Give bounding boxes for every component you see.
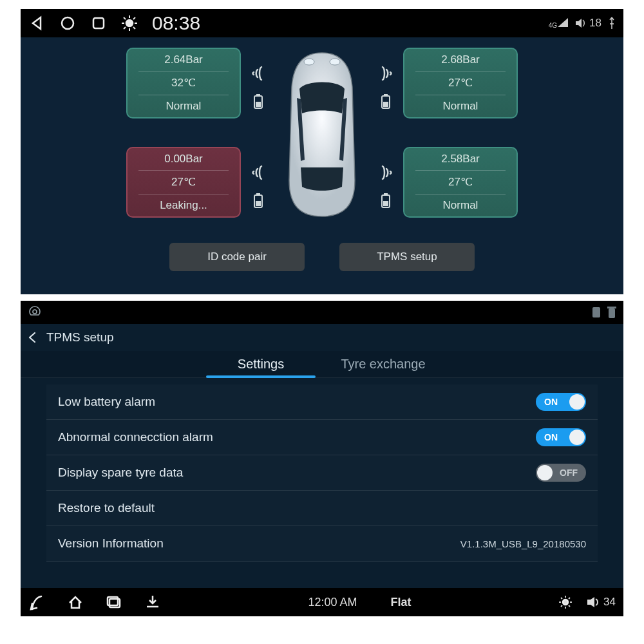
back-icon[interactable]: [27, 332, 39, 343]
svg-line-39: [569, 598, 570, 599]
setting-label: Version Information: [58, 536, 164, 551]
svg-point-2: [126, 20, 133, 26]
svg-point-23: [304, 59, 314, 65]
home-nav-icon[interactable]: [67, 594, 84, 611]
svg-point-31: [563, 600, 568, 605]
tire-pressure: 2.68Bar: [441, 53, 480, 66]
setting-label: Restore to default: [58, 501, 155, 515]
home-nav-icon[interactable]: [59, 15, 76, 32]
status-time: 08:38: [152, 12, 200, 34]
svg-rect-28: [607, 307, 616, 308]
tire-tile-front-right: 2.68Bar 27℃ Normal: [403, 48, 518, 118]
svg-line-10: [133, 17, 135, 19]
back-nav-icon[interactable]: [28, 15, 45, 32]
tire-status: Normal: [166, 100, 202, 113]
svg-rect-18: [256, 193, 260, 195]
setting-display-spare[interactable]: Display spare tyre data OFF: [46, 455, 598, 491]
tire-temp: 27℃: [448, 175, 473, 189]
volume-indicator: 18: [575, 17, 601, 30]
svg-rect-12: [256, 94, 260, 96]
svg-line-38: [561, 605, 562, 607]
signal-battery-icon: [377, 164, 394, 209]
brightness-icon[interactable]: [121, 15, 138, 32]
trash-icon: [607, 305, 617, 319]
id-code-pair-button[interactable]: ID code pair: [169, 243, 305, 271]
svg-rect-26: [592, 307, 600, 317]
volume-indicator[interactable]: 34: [587, 596, 616, 609]
brightness-icon[interactable]: [558, 595, 573, 609]
svg-rect-21: [384, 193, 388, 195]
signal-battery-icon: [250, 164, 267, 209]
svg-line-7: [124, 17, 126, 19]
recent-nav-icon[interactable]: [90, 15, 107, 32]
setting-abnormal-connection[interactable]: Abnormal connecction alarm ON: [46, 420, 598, 455]
svg-line-36: [561, 598, 562, 599]
setting-label: Low battery alarm: [58, 395, 155, 409]
svg-line-9: [124, 27, 126, 29]
setting-label: Display spare tyre data: [58, 466, 183, 480]
signal-battery-icon: [377, 64, 394, 109]
tire-pressure: 2.64Bar: [164, 53, 203, 66]
svg-rect-27: [609, 308, 615, 318]
svg-rect-19: [256, 201, 261, 206]
tire-tile-rear-right: 2.58Bar 27℃ Normal: [403, 147, 518, 218]
toggle-abnormal-connection[interactable]: ON: [536, 428, 586, 446]
recent-nav-icon[interactable]: [106, 594, 122, 611]
svg-line-8: [133, 27, 135, 29]
svg-point-24: [330, 59, 340, 65]
tire-tile-front-left: 2.64Bar 32℃ Normal: [126, 48, 241, 118]
svg-rect-22: [383, 201, 388, 206]
setting-label: Abnormal connecction alarm: [58, 430, 213, 444]
tire-temp: 32℃: [171, 76, 196, 90]
tab-tyre-exchange[interactable]: Tyre exchange: [322, 351, 444, 377]
svg-point-25: [33, 310, 37, 314]
svg-rect-1: [93, 18, 104, 28]
signal-battery-icon: [250, 64, 267, 109]
nav-time: 12:00 AM: [308, 596, 357, 609]
setting-restore-default[interactable]: Restore to default: [46, 491, 598, 526]
back-nav-icon[interactable]: [28, 594, 45, 611]
tire-temp: 27℃: [448, 76, 473, 90]
tire-pressure: 0.00Bar: [164, 153, 203, 166]
sd-icon: [591, 306, 601, 319]
setting-version-info[interactable]: Version Information V1.1.3M_USB_L9_20180…: [46, 526, 598, 562]
tab-settings[interactable]: Settings: [200, 351, 322, 377]
network-indicator: 4G: [549, 17, 569, 30]
svg-rect-13: [256, 102, 261, 107]
tire-tile-rear-left: 0.00Bar 27℃ Leaking...: [126, 147, 241, 218]
setting-low-battery[interactable]: Low battery alarm ON: [46, 384, 598, 420]
toggle-low-battery[interactable]: ON: [536, 393, 586, 411]
tire-status: Normal: [443, 100, 478, 113]
usb-icon: [608, 17, 616, 30]
svg-rect-15: [384, 94, 388, 96]
svg-point-0: [62, 17, 73, 29]
car-icon: [280, 52, 364, 219]
toggle-display-spare[interactable]: OFF: [536, 464, 586, 482]
tpms-setup-button[interactable]: TPMS setup: [339, 243, 475, 271]
version-value: V1.1.3M_USB_L9_20180530: [460, 538, 586, 549]
tire-temp: 27℃: [171, 175, 196, 189]
page-title: TPMS setup: [46, 330, 114, 345]
tire-pressure: 2.58Bar: [441, 153, 480, 166]
download-icon[interactable]: [144, 594, 161, 611]
nav-mode[interactable]: Flat: [391, 596, 412, 609]
tire-status: Normal: [443, 199, 478, 212]
svg-rect-16: [383, 102, 388, 107]
tire-status: Leaking...: [160, 199, 207, 212]
tpms-icon: [27, 305, 43, 320]
svg-line-37: [569, 605, 570, 607]
